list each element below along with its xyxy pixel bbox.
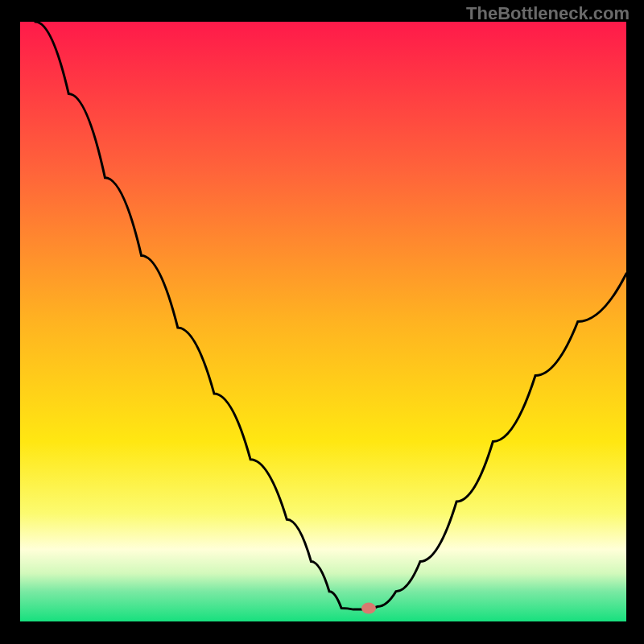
optimal-marker [361,603,376,614]
plot-area [20,22,626,621]
gradient-background [20,22,626,621]
attribution-text: TheBottleneck.com [466,3,630,24]
chart-container: TheBottleneck.com [0,0,644,644]
bottleneck-chart [20,22,626,621]
